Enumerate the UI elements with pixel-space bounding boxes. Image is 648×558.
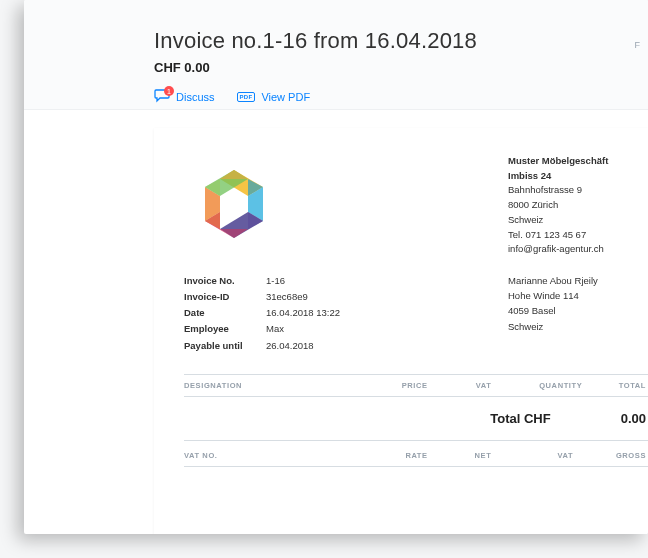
page-title: Invoice no.1-16 from 16.04.2018 <box>154 28 648 54</box>
invoice-document: Muster Möbelgeschäft Imbiss 24 Bahnhofst… <box>154 128 648 534</box>
th-total: TOTAL <box>584 381 648 390</box>
svg-marker-10 <box>220 229 248 238</box>
company-street: Bahnhofstrasse 9 <box>508 184 582 195</box>
discuss-badge: 1 <box>164 86 174 96</box>
recipient-name: Marianne Abou Rjeily <box>508 275 598 286</box>
th-rate: RATE <box>357 451 430 460</box>
total-value: 0.00 <box>621 411 646 426</box>
value-payable: 26.04.2018 <box>266 338 340 354</box>
company-phone: Tel. 071 123 45 67 <box>508 229 586 240</box>
th-quantity: QUANTITY <box>493 381 584 390</box>
value-date: 16.04.2018 13:22 <box>266 305 340 321</box>
recipient-city: 4059 Basel <box>508 305 556 316</box>
recipient-country: Schweiz <box>508 321 543 332</box>
company-name: Muster Möbelgeschäft <box>508 155 608 166</box>
view-pdf-label: View PDF <box>261 91 310 103</box>
invoice-amount: CHF 0.00 <box>154 60 648 75</box>
th-gross: GROSS <box>575 451 648 460</box>
label-invoice-id: Invoice-ID <box>184 289 266 305</box>
th-vatno: VAT NO. <box>184 451 357 460</box>
recipient-block: Marianne Abou Rjeily Hohe Winde 114 4059… <box>508 273 648 354</box>
svg-marker-7 <box>220 170 248 179</box>
line-items-header: DESIGNATION PRICE VAT QUANTITY TOTAL <box>184 374 648 397</box>
company-country: Schweiz <box>508 214 543 225</box>
th-net: NET <box>430 451 494 460</box>
total-label: Total CHF <box>490 411 550 426</box>
value-employee: Max <box>266 321 340 337</box>
company-block: Muster Möbelgeschäft Imbiss 24 Bahnhofst… <box>508 154 648 257</box>
view-pdf-button[interactable]: PDF View PDF <box>237 91 311 103</box>
company-city: 8000 Zürich <box>508 199 558 210</box>
discuss-label: Discuss <box>176 91 215 103</box>
company-name2: Imbiss 24 <box>508 170 551 181</box>
discuss-button[interactable]: 1 Discuss <box>154 89 215 105</box>
company-logo <box>184 154 284 254</box>
label-employee: Employee <box>184 321 266 337</box>
recipient-street: Hohe Winde 114 <box>508 290 579 301</box>
value-invoice-no: 1-16 <box>266 273 340 289</box>
total-row: Total CHF 0.00 <box>184 397 648 441</box>
company-email: info@grafik-agentur.ch <box>508 243 604 254</box>
th-vat2: VAT <box>493 451 575 460</box>
side-actions: F <box>635 38 641 52</box>
th-vat: VAT <box>430 381 494 390</box>
label-payable: Payable until <box>184 338 266 354</box>
value-invoice-id: 31ec68e9 <box>266 289 340 305</box>
pdf-icon: PDF <box>237 92 256 102</box>
th-designation: DESIGNATION <box>184 381 357 390</box>
label-date: Date <box>184 305 266 321</box>
label-invoice-no: Invoice No. <box>184 273 266 289</box>
vat-header: VAT NO. RATE NET VAT GROSS <box>184 445 648 467</box>
th-price: PRICE <box>357 381 430 390</box>
